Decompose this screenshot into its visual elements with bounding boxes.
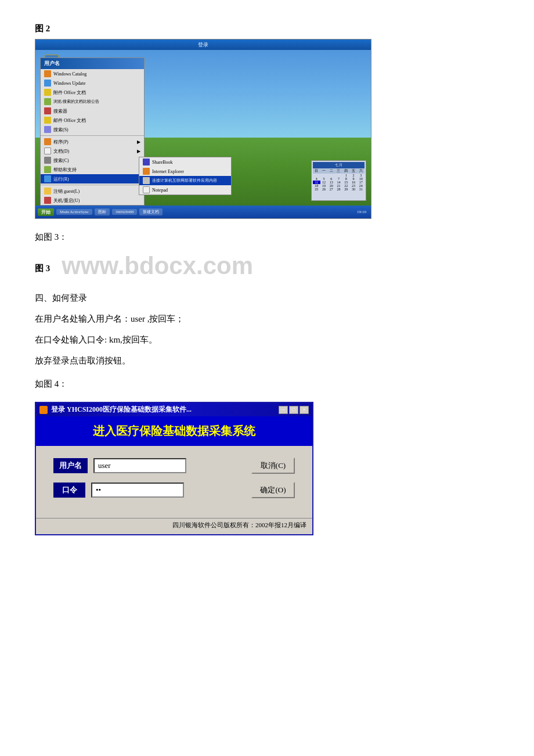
menu-item-1: Windows Catalog — [41, 69, 144, 78]
caption-fig3: 如图 3： — [35, 228, 499, 246]
figure3-area: 图 3 www.bdocx.com — [35, 251, 499, 280]
username-row: 用户名 取消(C) — [53, 458, 295, 474]
password-row: 口令 确定(O) — [53, 482, 295, 498]
submenu: ShareBook Internet Explorer 连接计算机互联网部署软件… — [139, 157, 232, 195]
username-label: 用户名 — [53, 458, 88, 473]
taskbar-clock: 19:10 — [357, 210, 369, 214]
menu-item-5: 搜索器 — [41, 106, 144, 116]
caption-fig4: 如图 4： — [35, 375, 499, 393]
section-title: 四、如何登录 — [35, 289, 499, 307]
menu-item-logout: 注销 guest(L) — [41, 186, 144, 196]
screenshot-figure2: 登录 我的电脑 文档 用户名 Windows Catalog Windows U… — [35, 39, 371, 219]
taskbar-item-4: 新建文档 — [139, 208, 163, 215]
calendar-header: 七 月 — [313, 162, 365, 168]
menu-item-7: 搜索(S) — [41, 125, 144, 134]
menu-item-prog: 程序(P) ▶ — [41, 137, 144, 146]
menu-item-6: 邮件 Office 文档 — [41, 116, 144, 125]
restore-button[interactable]: □ — [289, 406, 298, 414]
menu-item-doc: 文档(D) ▶ — [41, 146, 144, 156]
close-button[interactable]: × — [300, 406, 309, 414]
calendar-widget: 七 月 日一二三四五六 123 45678910 11121314151617 … — [311, 160, 366, 201]
login-body: 用户名 取消(C) 口令 确定(O) — [36, 446, 312, 518]
minimize-button[interactable]: ─ — [279, 406, 288, 414]
login-titlebar: 登录 YHCSI2000医疗保险基础数据采集软件... ─ □ × — [36, 403, 312, 416]
login-dialog: 登录 YHCSI2000医疗保险基础数据采集软件... ─ □ × 进入医疗保险… — [35, 402, 313, 535]
titlebar-app-icon — [39, 406, 48, 414]
watermark: www.bdocx.com — [62, 252, 253, 280]
username-input[interactable] — [93, 458, 186, 473]
menu-item-4: 浏览/搜索的文档比较公告 — [41, 97, 144, 106]
login-title: 登录 YHCSI2000医疗保险基础数据采集软件... — [51, 405, 192, 415]
start-menu-header: 用户名 — [41, 58, 144, 69]
password-input[interactable] — [91, 483, 184, 498]
figure2-label: 图 2 — [35, 23, 499, 34]
submenu-item-2: Internet Explorer — [139, 167, 231, 176]
cancel-button[interactable]: 取消(C) — [251, 458, 295, 474]
instruction1: 在用户名处输入用户名：user ,按回车； — [35, 310, 499, 327]
menu-item-3: 附件 Office 文档 — [41, 88, 144, 97]
menu-item-shutdown: 关机/重启(U) — [41, 196, 144, 205]
menu-item-set: 搜索(C) — [41, 156, 144, 165]
instruction2: 在口令处输入口令: km,按回车。 — [35, 331, 499, 348]
login-footer: 四川银海软件公司版权所有：2002年报12月编译 — [36, 518, 312, 534]
instructions-section: 四、如何登录 在用户名处输入用户名：user ,按回车； 在口令处输入口令: k… — [35, 289, 499, 369]
submenu-item-1: ShareBook — [139, 157, 231, 167]
taskbar-item-1: Msdn ActiveSync — [56, 209, 92, 215]
screenshot-titlebar: 登录 — [35, 39, 371, 50]
password-label: 口令 — [53, 483, 85, 498]
submenu-item-3: 连接计算机互联网部署软件应用内容 — [139, 176, 231, 185]
taskbar-start: 开始 — [38, 208, 54, 216]
login-header: 进入医疗保险基础数据采集系统 — [36, 416, 312, 446]
start-menu: 用户名 Windows Catalog Windows Update 附件 Of… — [40, 57, 145, 206]
titlebar-buttons[interactable]: ─ □ × — [279, 406, 309, 414]
menu-item-run: 运行(R) — [41, 174, 144, 183]
taskbar-item-2: 图标 — [95, 208, 110, 215]
menu-item-2: Windows Update — [41, 78, 144, 88]
submenu-item-4: Notepad — [139, 185, 231, 195]
taskbar-item-3: 360028488 — [112, 209, 138, 215]
screenshot-taskbar: 开始 Msdn ActiveSync 图标 360028488 新建文档 19:… — [35, 206, 371, 218]
instruction3: 放弃登录点击取消按钮。 — [35, 352, 499, 369]
confirm-button[interactable]: 确定(O) — [251, 482, 295, 498]
figure3-label: 图 3 — [35, 263, 50, 274]
menu-item-help: 帮助和支持 — [41, 165, 144, 174]
